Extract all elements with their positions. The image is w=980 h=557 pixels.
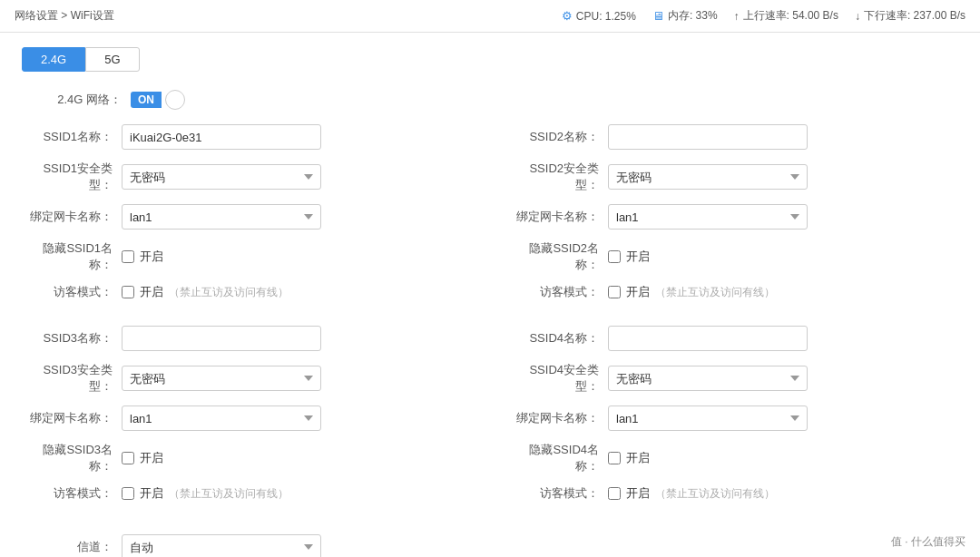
ssid4-hide-label: 隐藏SSID4名称： <box>508 442 608 474</box>
ssid2-security-label: SSID2安全类型： <box>508 161 608 193</box>
ssid3-hide-label: 隐藏SSID3名称： <box>22 442 122 474</box>
tab-5g[interactable]: 5G <box>85 47 139 72</box>
ssid2-hide-checkbox[interactable] <box>608 250 621 263</box>
toggle-circle[interactable] <box>165 90 185 110</box>
ssid3-guest-label: 访客模式： <box>22 485 122 502</box>
ssid1-guest-checkbox[interactable] <box>122 286 134 298</box>
ssid4-guest-check-label: 开启 <box>626 485 650 502</box>
ssid3-hide-row: 隐藏SSID3名称： 开启 <box>22 442 472 474</box>
ssid3-name-input[interactable] <box>122 326 321 351</box>
breadcrumb: 网络设置 > WiFi设置 <box>15 8 114 24</box>
ssid2-nic-label: 绑定网卡名称： <box>508 209 608 225</box>
ssid1-guest-hint: （禁止互访及访问有线） <box>169 285 289 300</box>
ssid4-security-select[interactable]: 无密码 <box>608 366 808 391</box>
bottom-section: 信道： 自动 AP信号强度： 强 (21dBm) 频宽： 20 MHz <box>22 534 958 557</box>
ssid3-guest-row: 访客模式： 开启 （禁止互访及访问有线） <box>22 485 472 502</box>
watermark: 值 · 什么值得买 <box>891 534 965 550</box>
channel-label: 信道： <box>22 539 122 555</box>
toggle-on-label[interactable]: ON <box>131 92 162 108</box>
two-col-ssid12: SSID1名称： SSID1安全类型： 无密码 绑定网卡名称： lan1 隐藏S… <box>22 124 958 311</box>
ssid1-nic-select[interactable]: lan1 <box>122 204 321 230</box>
ssid1-security-select[interactable]: 无密码 <box>122 164 321 190</box>
ssid1-name-input[interactable] <box>122 124 321 150</box>
cpu-label: CPU: 1.25% <box>576 10 636 23</box>
system-stats: ⚙ CPU: 1.25% 🖥 内存: 33% ↑ 上行速率: 54.00 B/s… <box>562 8 965 24</box>
ssid1-security-label: SSID1安全类型： <box>22 161 122 193</box>
ssid3-hide-checkbox-row: 开启 <box>122 450 163 466</box>
ssid3-hide-check-label: 开启 <box>140 450 163 466</box>
ssid1-guest-label: 访客模式： <box>22 284 122 300</box>
ssid2-hide-check-label: 开启 <box>626 249 650 265</box>
ssid4-name-label: SSID4名称： <box>508 330 608 347</box>
ssid2-guest-checkbox-row: 开启 （禁止互访及访问有线） <box>608 284 775 300</box>
ssid4-guest-checkbox[interactable] <box>608 487 621 500</box>
ssid3-security-select[interactable]: 无密码 <box>122 366 321 391</box>
ssid1-hide-checkbox[interactable] <box>122 250 134 263</box>
ssid3-hide-checkbox[interactable] <box>122 452 134 464</box>
download-label: 下行速率: 237.00 B/s <box>864 8 965 24</box>
ssid1-hide-label: 隐藏SSID1名称： <box>22 240 122 273</box>
ssid2-name-input[interactable] <box>608 124 808 150</box>
ssid3-guest-check-label: 开启 <box>140 485 163 502</box>
upload-label: 上行速率: 54.00 B/s <box>743 8 838 24</box>
ssid3-nic-label: 绑定网卡名称： <box>22 410 122 426</box>
ssid4-nic-select[interactable]: lan1 <box>608 406 808 431</box>
ssid2-hide-row: 隐藏SSID2名称： 开启 <box>508 240 958 273</box>
main-content: 2.4G 5G 2.4G 网络： ON SSID1名称： SSID1安全类型： … <box>0 33 980 557</box>
ssid1-hide-row: 隐藏SSID1名称： 开启 <box>22 240 472 273</box>
ssid4-hide-checkbox[interactable] <box>608 452 621 464</box>
ssid3-name-row: SSID3名称： <box>22 326 472 351</box>
upload-stat: ↑ 上行速率: 54.00 B/s <box>734 8 838 24</box>
ssid4-nic-row: 绑定网卡名称： lan1 <box>508 406 958 431</box>
ssid2-name-row: SSID2名称： <box>508 124 958 150</box>
download-icon: ↓ <box>855 10 860 23</box>
ssid3-guest-checkbox-row: 开启 （禁止互访及访问有线） <box>122 485 289 502</box>
ssid4-hide-check-label: 开启 <box>626 450 650 466</box>
ssid2-security-select[interactable]: 无密码 <box>608 164 808 190</box>
ssid2-guest-check-label: 开启 <box>626 284 650 300</box>
network-toggle-row: 2.4G 网络： ON <box>22 90 958 110</box>
memory-label: 内存: 33% <box>668 8 718 24</box>
ssid1-hide-checkbox-row: 开启 <box>122 249 163 265</box>
ssid3-guest-checkbox[interactable] <box>122 487 134 500</box>
ssid3-name-label: SSID3名称： <box>22 330 122 347</box>
ssid4-nic-label: 绑定网卡名称： <box>508 410 608 426</box>
tab-2.4g[interactable]: 2.4G <box>22 47 85 72</box>
ssid4-guest-hint: （禁止互访及访问有线） <box>655 486 775 502</box>
ssid4-guest-checkbox-row: 开启 （禁止互访及访问有线） <box>608 485 775 502</box>
top-bar: 网络设置 > WiFi设置 ⚙ CPU: 1.25% 🖥 内存: 33% ↑ 上… <box>0 0 980 33</box>
ssid2-nic-row: 绑定网卡名称： lan1 <box>508 204 958 230</box>
ssid3-security-label: SSID3安全类型： <box>22 362 122 395</box>
ssid1-guest-checkbox-row: 开启 （禁止互访及访问有线） <box>122 284 289 300</box>
col-ssid1: SSID1名称： SSID1安全类型： 无密码 绑定网卡名称： lan1 隐藏S… <box>22 124 472 311</box>
ssid2-guest-row: 访客模式： 开启 （禁止互访及访问有线） <box>508 284 958 300</box>
ssid4-guest-label: 访客模式： <box>508 485 608 502</box>
ssid4-name-input[interactable] <box>608 326 808 351</box>
tab-row: 2.4G 5G <box>22 47 958 72</box>
ssid3-security-row: SSID3安全类型： 无密码 <box>22 362 472 395</box>
ssid2-guest-hint: （禁止互访及访问有线） <box>655 285 775 300</box>
ssid2-guest-label: 访客模式： <box>508 284 608 300</box>
col-ssid2: SSID2名称： SSID2安全类型： 无密码 绑定网卡名称： lan1 隐藏S… <box>508 124 958 311</box>
two-col-ssid34: SSID3名称： SSID3安全类型： 无密码 绑定网卡名称： lan1 隐藏S… <box>22 326 958 513</box>
ssid4-name-row: SSID4名称： <box>508 326 958 351</box>
ssid2-nic-select[interactable]: lan1 <box>608 204 808 230</box>
ssid3-guest-hint: （禁止互访及访问有线） <box>169 486 289 502</box>
channel-row: 信道： 自动 <box>22 534 958 557</box>
channel-select[interactable]: 自动 <box>122 534 321 557</box>
upload-icon: ↑ <box>734 10 740 23</box>
ssid4-security-label: SSID4安全类型： <box>508 362 608 395</box>
cpu-icon: ⚙ <box>562 9 573 23</box>
ssid2-hide-label: 隐藏SSID2名称： <box>508 240 608 273</box>
ssid1-guest-row: 访客模式： 开启 （禁止互访及访问有线） <box>22 284 472 300</box>
ssid3-nic-select[interactable]: lan1 <box>122 406 321 431</box>
ssid1-nic-row: 绑定网卡名称： lan1 <box>22 204 472 230</box>
memory-stat: 🖥 内存: 33% <box>652 8 718 24</box>
download-stat: ↓ 下行速率: 237.00 B/s <box>855 8 965 24</box>
ssid4-hide-row: 隐藏SSID4名称： 开启 <box>508 442 958 474</box>
ssid4-guest-row: 访客模式： 开启 （禁止互访及访问有线） <box>508 485 958 502</box>
ssid1-nic-label: 绑定网卡名称： <box>22 209 122 225</box>
ssid4-security-row: SSID4安全类型： 无密码 <box>508 362 958 395</box>
ssid2-guest-checkbox[interactable] <box>608 286 621 298</box>
cpu-stat: ⚙ CPU: 1.25% <box>562 9 636 23</box>
